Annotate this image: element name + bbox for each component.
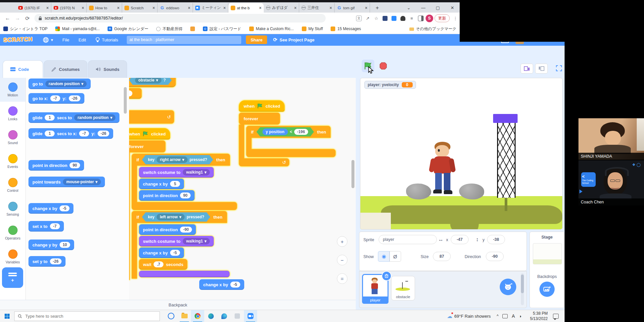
profile-avatar[interactable]: S	[426, 15, 433, 22]
dropdown[interactable]: right arrow▾	[157, 156, 188, 163]
wait-block[interactable]: wait.7 seconds	[139, 259, 187, 270]
zoom-icon[interactable]	[244, 310, 257, 322]
point-90-block[interactable]: point in direction90	[139, 190, 195, 201]
bookmark-item[interactable]: Mail - yamada-s@it...	[55, 27, 100, 31]
share-icon[interactable]: ↗	[363, 16, 372, 21]
change-x-minus5-block[interactable]: change x by-5	[139, 247, 184, 258]
sprite-list-scrollbar[interactable]	[521, 273, 524, 305]
rock-sprite[interactable]	[459, 184, 484, 199]
zoom-out-button[interactable]: −	[337, 255, 347, 265]
taskbar-search[interactable]	[14, 311, 160, 321]
block-change-y[interactable]: change y by10	[28, 240, 74, 250]
close-tab-icon[interactable]: ×	[294, 6, 297, 10]
direction-field[interactable]: -90	[486, 252, 504, 261]
category-events[interactable]: Events	[0, 149, 25, 173]
switch-costume-block[interactable]: switch costume to walking1▾	[139, 167, 214, 178]
browser-tab[interactable]: Gtom gif×	[335, 3, 370, 13]
size-field[interactable]: 87	[433, 252, 451, 261]
dropdown[interactable]: walking1▾	[183, 169, 210, 176]
change-x-5-block[interactable]: change x by5	[139, 179, 184, 189]
script-movement[interactable]: ↺ when clicked forever if key right arro…	[129, 110, 237, 280]
backdrop-thumbnail[interactable]	[533, 243, 562, 264]
edge-icon[interactable]	[217, 310, 231, 322]
block-go-to-xy[interactable]: go to x:-7 y:-26	[28, 93, 84, 104]
menu-dots-icon[interactable]: ⋮	[451, 16, 460, 21]
bookmark-item[interactable]: 不動産所得	[156, 26, 182, 32]
dropdown[interactable]: left arrow▾	[157, 214, 185, 220]
app-icon[interactable]	[231, 310, 244, 322]
close-tab-icon[interactable]: ×	[223, 6, 226, 10]
zoom-reset-button[interactable]: =	[337, 273, 347, 284]
code-workspace[interactable]: obstacle▾ ? ↺ when clicked forever if	[129, 78, 356, 300]
dropdown[interactable]: mouse-pointer▾	[63, 179, 101, 185]
block-set-y[interactable]: set y to-26	[28, 256, 66, 267]
fullscreen-button[interactable]	[553, 64, 565, 73]
project-name-input[interactable]	[127, 36, 241, 44]
browser-tab[interactable]: Scratch×	[122, 3, 158, 13]
see-project-page-button[interactable]: ⟳ See Project Page	[273, 37, 314, 43]
ime-letter-icon[interactable]: A	[512, 313, 515, 319]
dropdown[interactable]: obstacle▾	[135, 78, 161, 83]
variable-monitor[interactable]: player: yvelocity 0	[364, 81, 416, 89]
category-motion[interactable]: Motion	[0, 78, 25, 102]
bookmark-item-icon-only[interactable]	[190, 27, 195, 31]
close-window-button[interactable]: ✕	[445, 3, 460, 13]
tab-costumes[interactable]: Costumes	[44, 60, 87, 78]
bookmark-item[interactable]: My Stuff	[302, 27, 323, 31]
weather-widget[interactable]: ☁ 69°F Rain showers	[447, 313, 491, 319]
cortana-icon[interactable]	[164, 310, 178, 322]
obstacle-tower[interactable]	[497, 123, 516, 198]
ime-mode-icon[interactable]: ◑	[519, 314, 522, 319]
browser-tab[interactable]: Geddswo×	[158, 3, 193, 13]
extension-flag-icon[interactable]	[383, 16, 388, 21]
category-looks[interactable]: Looks	[0, 102, 25, 126]
block-change-x[interactable]: change x by-5	[28, 203, 73, 214]
backpack-bar[interactable]: Backpack	[0, 300, 356, 310]
tray-chevron[interactable]: ^	[497, 314, 499, 318]
y-position-field[interactable]: -38	[487, 235, 505, 244]
browser-tab[interactable]: How to×	[87, 3, 122, 13]
tab-code[interactable]: Code	[3, 60, 43, 78]
palette-scrollbar[interactable]	[124, 87, 127, 114]
side-panel-icon[interactable]	[418, 16, 424, 21]
close-tab-icon[interactable]: ×	[117, 6, 119, 10]
y-position-reporter[interactable]: y position	[262, 129, 288, 135]
category-sound[interactable]: Sound	[0, 126, 25, 149]
back-button[interactable]: ←	[3, 15, 13, 21]
switch-costume-block[interactable]: switch costume to walking1▾	[139, 236, 214, 246]
block-glide-random[interactable]: glide1 secs to random position▾	[28, 112, 119, 123]
scratch-logo[interactable]: SCRATCH	[3, 36, 33, 43]
bookmark-item[interactable]: 設定 - パスワード	[203, 26, 241, 32]
loop-end-bar[interactable]: ↺	[129, 110, 174, 124]
new-tab-button[interactable]: +	[370, 3, 385, 13]
zoom-in-button[interactable]: +	[337, 236, 347, 247]
sprite-name-input[interactable]	[379, 235, 437, 244]
script-fall-check[interactable]: when clicked forever if y position < -19…	[239, 100, 336, 166]
browser-tab[interactable]: (1970) IF×	[16, 3, 51, 13]
sprite-thumbnail-player[interactable]: player	[362, 274, 389, 304]
show-sprite-button[interactable]: ◉	[378, 251, 390, 262]
block-point-towards[interactable]: point towards mouse-pointer▾	[28, 177, 105, 187]
tab-sounds[interactable]: Sounds	[88, 60, 127, 78]
close-tab-icon[interactable]: ×	[153, 6, 155, 10]
extension-pin-icon[interactable]	[400, 16, 405, 21]
when-flag-clicked-hat[interactable]: when clicked	[239, 100, 285, 112]
category-control[interactable]: Control	[0, 173, 25, 197]
large-stage-button[interactable]	[535, 64, 548, 74]
start-button[interactable]	[5, 314, 10, 319]
add-sprite-button[interactable]	[500, 279, 516, 295]
rock-sprite[interactable]	[406, 184, 431, 199]
bookmark-star-icon[interactable]: ☆	[372, 16, 381, 21]
category-variables[interactable]: Variables	[0, 245, 25, 269]
forever-end-bar[interactable]: ↺	[239, 158, 289, 166]
category-sensing[interactable]: Sensing	[0, 197, 25, 221]
dropdown[interactable]: walking1▾	[183, 238, 210, 244]
tab-search-chevron[interactable]: ⌄	[401, 3, 416, 13]
clipped-costume-block[interactable]	[139, 271, 230, 277]
forever-block[interactable]: forever if key right arrow▾ pressed? the…	[129, 140, 237, 280]
close-tab-icon[interactable]: ×	[330, 6, 332, 10]
key-right-pressed-block[interactable]: key right arrow▾ pressed?	[142, 155, 213, 164]
stop-button[interactable]	[377, 60, 390, 72]
floating-change-x-block[interactable]: change x by-5	[199, 279, 244, 290]
video-tile-participant1[interactable]: SHINJI YAMADA	[578, 118, 644, 160]
